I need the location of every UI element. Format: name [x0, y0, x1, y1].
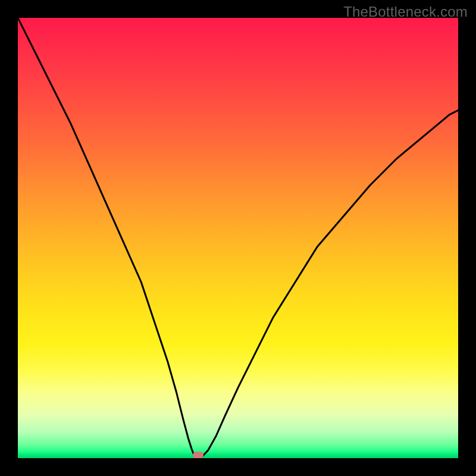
- optimal-marker: [193, 452, 203, 458]
- bottleneck-curve: [18, 18, 458, 458]
- plot-area: [18, 18, 458, 458]
- attribution-label: TheBottleneck.com: [343, 4, 468, 20]
- chart-frame: TheBottleneck.com: [0, 0, 476, 476]
